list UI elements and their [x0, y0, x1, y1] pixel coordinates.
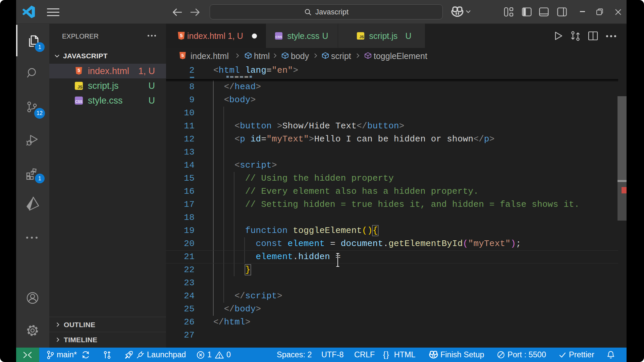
svg-text:CSS: CSS	[75, 100, 83, 104]
svg-text:JS: JS	[77, 85, 83, 89]
svg-text:5: 5	[181, 53, 184, 58]
svg-text:5: 5	[77, 68, 80, 73]
svg-text:CSS: CSS	[275, 35, 282, 39]
svg-text:5: 5	[180, 33, 182, 38]
svg-text:JS: JS	[359, 35, 364, 39]
